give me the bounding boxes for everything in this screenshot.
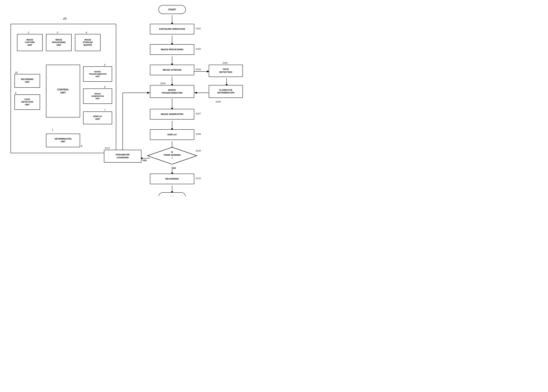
label-7: 7 bbox=[104, 109, 106, 111]
image-generation-flow: IMAGE GENERATION bbox=[150, 109, 194, 119]
step-s104: S104 bbox=[160, 82, 165, 84]
no-label: NO bbox=[173, 167, 176, 169]
svg-text:?: ? bbox=[171, 157, 173, 159]
yes-label: YES bbox=[142, 159, 147, 162]
svg-text:IS: IS bbox=[171, 151, 173, 153]
start-node: START bbox=[159, 5, 186, 14]
warning-diamond-svg: IS THERE WARNING ? bbox=[146, 146, 198, 165]
step-s110: S110 bbox=[196, 177, 201, 180]
svg-text:THERE WARNING: THERE WARNING bbox=[163, 154, 181, 156]
label-3: 3 bbox=[57, 31, 58, 34]
label-9: 9 bbox=[15, 91, 16, 94]
step-s103: S103 bbox=[196, 68, 201, 71]
label-8: 8 bbox=[81, 145, 82, 147]
exposure-operation: EXPOSURE OPERATION bbox=[150, 24, 194, 34]
step-s108: S108 bbox=[196, 133, 201, 135]
image-storage-flow: IMAGE STORAGE bbox=[150, 65, 194, 75]
step-s102: S102 bbox=[196, 48, 201, 50]
display-flow: DISPLAY bbox=[150, 129, 194, 140]
display-unit: DISPLAYUNIT bbox=[83, 112, 112, 124]
image-capture-unit: IMAGECAPTUREUNIT bbox=[17, 34, 43, 51]
step-s101: S101 bbox=[196, 27, 201, 30]
label-6: 6 bbox=[104, 86, 106, 88]
signal-transformation-flow: SIGNALTRANSFORMATION bbox=[150, 85, 194, 98]
image-generation-unit: IMAGEGENERATIONUNIT bbox=[83, 89, 112, 104]
end-node: END bbox=[159, 192, 186, 196]
label-2: 2 bbox=[28, 31, 29, 34]
step-s106: S106 bbox=[216, 100, 221, 103]
parameter-changing: PARAMETERCHANGING bbox=[104, 150, 141, 162]
label-1: 1 bbox=[52, 128, 53, 131]
label-10: 10 bbox=[15, 71, 18, 74]
control-unit: CONTROLUNIT bbox=[46, 65, 80, 118]
label-5: 5 bbox=[104, 63, 106, 66]
step-s107: S107 bbox=[196, 112, 201, 115]
face-detection-unit: FACEDETECTIONUNIT bbox=[14, 94, 40, 110]
image-processing-flow: IMAGE PROCESSING bbox=[150, 44, 194, 55]
step-s111: S111 bbox=[105, 147, 110, 149]
diagram: 20 IMAGECAPTUREUNIT 2 IMAGEPROCESSINGUNI… bbox=[0, 0, 274, 196]
recording-flow: RECORDING bbox=[150, 174, 194, 184]
step-s105: S105 bbox=[222, 62, 227, 64]
recording-unit: RECORDINGUNIT bbox=[14, 74, 40, 88]
image-storage-buffer: IMAGESTORAGEBUFFER bbox=[75, 34, 101, 51]
image-processing-unit: IMAGEPROCESSINGUNIT bbox=[46, 34, 72, 51]
face-detection-flow: FACEDETECTION bbox=[209, 65, 243, 77]
step-s109: S109 bbox=[196, 149, 201, 152]
closed-eye-determination: CLOSED-EYEDETERMINATION bbox=[209, 85, 243, 98]
signal-transformation-unit: SIGNALTRANSFORMATIONUNIT bbox=[83, 66, 112, 82]
label-4: 4 bbox=[86, 31, 87, 34]
diagram-label-20: 20 bbox=[63, 17, 66, 21]
determination-unit: DETERMINATIONUNIT bbox=[46, 134, 80, 147]
